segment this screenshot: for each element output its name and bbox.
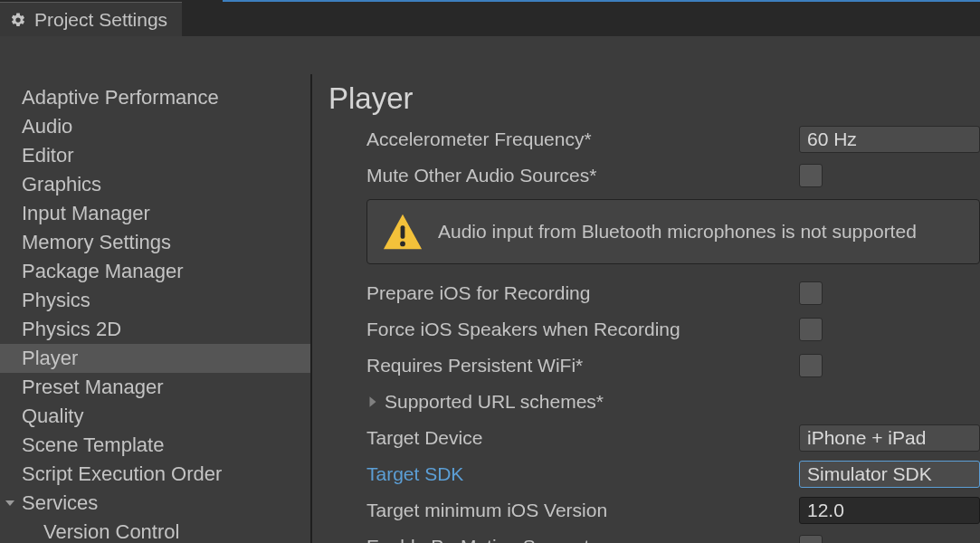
settings-body: Accelerometer Frequency* 60 Hz Mute Othe… bbox=[328, 119, 980, 543]
sidebar-item-preset-manager[interactable]: Preset Manager bbox=[0, 373, 310, 402]
label-target-sdk: Target SDK bbox=[366, 463, 799, 485]
dropdown-target-device[interactable]: iPhone + iPad bbox=[799, 424, 980, 452]
label-target-device: Target Device bbox=[366, 427, 799, 449]
row-promotion: Enable ProMotion Support bbox=[366, 529, 980, 543]
tab-title: Project Settings bbox=[34, 9, 167, 31]
row-prepare-recording: Prepare iOS for Recording bbox=[366, 275, 980, 311]
sidebar-item-services[interactable]: Services bbox=[0, 489, 310, 518]
checkbox-force-speakers[interactable] bbox=[799, 318, 823, 341]
sidebar-item-adaptive-performance[interactable]: Adaptive Performance bbox=[0, 83, 310, 112]
page-title: Player bbox=[328, 81, 980, 116]
checkbox-promotion[interactable] bbox=[799, 535, 823, 543]
label-promotion: Enable ProMotion Support bbox=[366, 536, 799, 543]
sidebar-item-editor[interactable]: Editor bbox=[0, 141, 310, 170]
checkbox-mute-other[interactable] bbox=[799, 164, 823, 187]
sidebar-item-physics[interactable]: Physics bbox=[0, 286, 310, 315]
svg-rect-0 bbox=[401, 225, 405, 238]
dropdown-accelerometer[interactable]: 60 Hz bbox=[799, 126, 980, 153]
sidebar-item-graphics[interactable]: Graphics bbox=[0, 170, 310, 199]
label-persistent-wifi: Requires Persistent WiFi* bbox=[366, 355, 799, 376]
tab-project-settings[interactable]: Project Settings bbox=[0, 2, 182, 36]
main-area: Adaptive Performance Audio Editor Graphi… bbox=[0, 36, 980, 543]
sidebar-item-script-execution-order[interactable]: Script Execution Order bbox=[0, 460, 310, 489]
row-target-sdk: Target SDK Simulator SDK bbox=[366, 456, 980, 492]
foldout-url-schemes[interactable]: Supported URL schemes* bbox=[366, 384, 980, 420]
label-prepare-recording: Prepare iOS for Recording bbox=[366, 282, 799, 304]
tab-bar: Project Settings bbox=[0, 0, 980, 36]
sidebar: Adaptive Performance Audio Editor Graphi… bbox=[0, 74, 312, 543]
sidebar-item-scene-template[interactable]: Scene Template bbox=[0, 431, 310, 460]
sidebar-item-package-manager[interactable]: Package Manager bbox=[0, 257, 310, 286]
svg-point-1 bbox=[400, 242, 405, 247]
row-persistent-wifi: Requires Persistent WiFi* bbox=[366, 348, 980, 384]
sidebar-item-player[interactable]: Player bbox=[0, 344, 310, 373]
input-min-ios[interactable]: 12.0 bbox=[799, 497, 980, 524]
label-mute-other: Mute Other Audio Sources* bbox=[366, 165, 799, 186]
row-force-speakers: Force iOS Speakers when Recording bbox=[366, 311, 980, 348]
chevron-right-icon bbox=[366, 395, 379, 408]
gear-icon bbox=[9, 11, 27, 29]
label-min-ios: Target minimum iOS Version bbox=[366, 500, 799, 521]
row-min-ios: Target minimum iOS Version 12.0 bbox=[366, 492, 980, 529]
row-mute-other: Mute Other Audio Sources* bbox=[366, 157, 980, 194]
warning-text: Audio input from Bluetooth microphones i… bbox=[438, 221, 917, 243]
checkbox-persistent-wifi[interactable] bbox=[799, 354, 823, 377]
sidebar-item-version-control[interactable]: Version Control bbox=[0, 518, 310, 543]
label-accelerometer: Accelerometer Frequency* bbox=[366, 129, 799, 150]
sidebar-item-physics-2d[interactable]: Physics 2D bbox=[0, 315, 310, 344]
warning-icon bbox=[382, 211, 423, 252]
dropdown-target-sdk[interactable]: Simulator SDK bbox=[799, 461, 980, 488]
chevron-down-icon[interactable] bbox=[4, 497, 16, 510]
sidebar-item-memory-settings[interactable]: Memory Settings bbox=[0, 228, 310, 257]
content-panel: Player Accelerometer Frequency* 60 Hz Mu… bbox=[312, 74, 980, 543]
label-force-speakers: Force iOS Speakers when Recording bbox=[366, 319, 799, 340]
row-target-device: Target Device iPhone + iPad bbox=[366, 420, 980, 456]
sidebar-item-quality[interactable]: Quality bbox=[0, 402, 310, 431]
checkbox-prepare-recording[interactable] bbox=[799, 281, 823, 305]
sidebar-item-input-manager[interactable]: Input Manager bbox=[0, 199, 310, 228]
row-accelerometer: Accelerometer Frequency* 60 Hz bbox=[366, 121, 980, 157]
warning-box: Audio input from Bluetooth microphones i… bbox=[366, 199, 980, 264]
sidebar-item-audio[interactable]: Audio bbox=[0, 112, 310, 141]
